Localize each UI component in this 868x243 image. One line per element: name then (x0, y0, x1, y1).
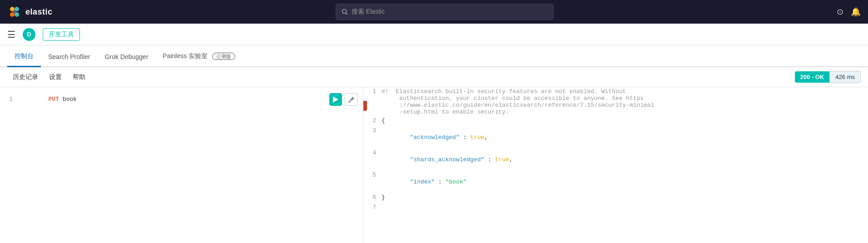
response-viewer: ✕ 1 #! Elasticsearch built-in security f… (363, 87, 868, 243)
right-line-content-4: "shards_acknowledged" : true, (382, 149, 868, 170)
elastic-brand-text: elastic (25, 7, 53, 17)
response-line-1: 1 #! Elasticsearch built-in security fea… (363, 87, 868, 116)
dev-tools-button[interactable]: 开发工具 (43, 28, 80, 41)
right-line-number-4: 4 (363, 149, 382, 170)
json-val-shards-acknowledged: true (495, 156, 509, 163)
elastic-logo-icon (7, 5, 22, 19)
right-line-number-2: 2 (363, 117, 382, 125)
close-response-button[interactable]: ✕ (363, 101, 367, 111)
play-icon (333, 96, 338, 103)
right-line-number-6: 6 (363, 194, 382, 202)
right-line-content-7 (382, 204, 868, 212)
response-line-7: 7 (363, 203, 868, 213)
search-placeholder: 搜索 Elastic (352, 8, 385, 16)
svg-line-6 (346, 13, 347, 15)
news-icon[interactable]: 🔔 (851, 7, 861, 17)
right-line-number-3: 3 (363, 127, 382, 148)
right-line-number-5: 5 (363, 172, 382, 192)
response-line-2: 2 { (363, 116, 868, 126)
response-line-5: 5 "index" : "book" (363, 171, 868, 193)
response-line-3: 3 "acknowledged" : true, (363, 126, 868, 149)
elastic-logo[interactable]: elastic (7, 5, 53, 19)
tab-search-profiler[interactable]: Search Profiler (41, 48, 98, 67)
response-line-6: 6 } (363, 193, 868, 203)
editor-action-buttons (329, 93, 357, 106)
right-line-content-5: "index" : "book" (382, 172, 868, 192)
http-method-label: PUT (48, 96, 59, 103)
tab-console[interactable]: 控制台 (7, 47, 41, 67)
tab-painless-lab[interactable]: Painless 实验室 公测版 (155, 47, 243, 67)
json-val-index: "book" (445, 179, 466, 185)
editor-area: 1 PUT book ✕ 1 # (0, 87, 868, 243)
secondary-bar: ☰ D 开发工具 (0, 24, 868, 45)
search-icon (342, 9, 348, 15)
right-line-number-7: 7 (363, 204, 382, 212)
json-key-shards-acknowledged: "shards_acknowledged" (410, 156, 484, 163)
help-circle-icon[interactable]: ⊙ (837, 7, 843, 17)
history-menu-item[interactable]: 历史记录 (7, 69, 44, 85)
svg-marker-7 (333, 96, 338, 103)
settings-menu-item[interactable]: 设置 (44, 69, 67, 85)
json-val-acknowledged: true (470, 134, 484, 141)
response-line-4: 4 "shards_acknowledged" : true, (363, 149, 868, 171)
nav-icons: ⊙ 🔔 (837, 7, 861, 17)
request-path: book (59, 96, 77, 103)
line-number-1: 1 (0, 96, 18, 103)
tab-grok-debugger[interactable]: Grok Debugger (98, 48, 156, 67)
global-search-container: 搜索 Elastic (58, 4, 831, 20)
json-key-index: "index" (410, 179, 435, 185)
user-avatar-badge[interactable]: D (23, 28, 35, 41)
svg-point-5 (342, 10, 346, 14)
request-editor[interactable]: 1 PUT book (0, 87, 363, 243)
right-line-content-2: { (382, 117, 868, 125)
hamburger-menu-button[interactable]: ☰ (7, 29, 15, 40)
run-button[interactable] (329, 93, 342, 106)
help-menu-item[interactable]: 帮助 (67, 69, 91, 85)
wrench-icon (348, 96, 354, 103)
tab-bar: 控制台 Search Profiler Grok Debugger Painle… (0, 45, 868, 67)
beta-badge: 公测版 (212, 53, 235, 60)
line-content-1: PUT book (18, 89, 363, 109)
wrench-button[interactable] (345, 93, 357, 106)
global-search-bar[interactable]: 搜索 Elastic (336, 4, 554, 20)
right-line-content-6: } (382, 194, 868, 202)
json-key-acknowledged: "acknowledged" (410, 134, 459, 141)
top-navbar: elastic 搜索 Elastic ⊙ 🔔 (0, 0, 868, 24)
right-line-content-1: #! Elasticsearch built-in security featu… (382, 88, 868, 115)
http-status-badge: 200 - OK (795, 71, 830, 83)
response-timing-badge: 426 ms (829, 71, 861, 83)
svg-point-4 (13, 10, 16, 13)
editor-line-1: 1 PUT book (0, 87, 363, 111)
right-line-content-3: "acknowledged" : true, (382, 127, 868, 148)
toolbar: 历史记录 设置 帮助 200 - OK 426 ms (0, 67, 868, 87)
